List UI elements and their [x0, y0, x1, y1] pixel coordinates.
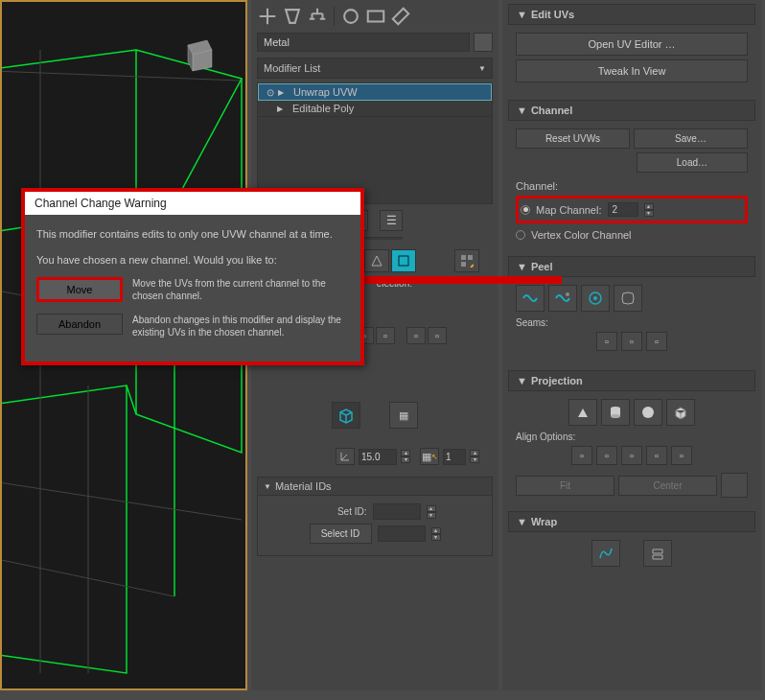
motion-tab-icon[interactable]: [340, 6, 361, 27]
hierarchy-tab-icon[interactable]: [307, 6, 328, 27]
pelt-stretcher-icon[interactable]: [614, 285, 642, 312]
select-inverted-icon[interactable]: ▫: [428, 327, 447, 344]
dialog-line-2: You have chosen a new channel. Would you…: [36, 252, 349, 268]
configure-sets-button[interactable]: ☰: [380, 210, 403, 231]
map-channel-spinner[interactable]: ▴▾: [644, 203, 654, 217]
panel-tab-toolbar: [251, 0, 498, 33]
material-ids-rollout-header[interactable]: ▼ Material IDs: [257, 477, 493, 496]
vertex-color-radio-row[interactable]: Vertex Color Channel: [516, 227, 748, 243]
modifier-stack-item[interactable]: ▶ Editable Poly: [258, 101, 492, 117]
cylindrical-projection-icon[interactable]: [601, 399, 630, 426]
edge-mode-icon[interactable]: [391, 249, 416, 272]
svg-rect-4: [468, 255, 473, 260]
chevron-down-icon: ▼: [478, 64, 486, 73]
planar-projection-icon[interactable]: [568, 399, 597, 426]
seams-label: Seams:: [516, 317, 748, 328]
set-id-input[interactable]: [373, 503, 421, 520]
vertex-mode-icon[interactable]: [364, 249, 389, 272]
edit-uvs-header[interactable]: ▼ Edit UVs: [508, 4, 755, 25]
display-tab-icon[interactable]: [365, 6, 386, 27]
wrap-header[interactable]: ▼ Wrap: [508, 511, 755, 532]
dialog-title: Channel Change Warning: [25, 192, 360, 215]
modifier-stack-item[interactable]: ⊙ ▶ Unwrap UVW: [258, 83, 492, 101]
seam-icon-2[interactable]: ▫: [621, 332, 642, 351]
fit-button[interactable]: Fit: [516, 476, 614, 496]
face-mode-icon[interactable]: [454, 249, 479, 272]
align-view-icon[interactable]: ▫: [671, 446, 692, 465]
chevron-down-icon: ▼: [517, 9, 527, 20]
stitch-icon[interactable]: ▦↖: [420, 448, 439, 465]
svg-rect-2: [399, 256, 408, 266]
center-button[interactable]: Center: [618, 476, 717, 496]
edit-uvs-title: Edit UVs: [531, 9, 574, 20]
modifier-name: Editable Poly: [289, 103, 488, 114]
align-z-icon[interactable]: ▫: [621, 446, 642, 465]
angle-icon[interactable]: [336, 448, 355, 465]
stitch-spinner[interactable]: ▴▾: [470, 450, 479, 463]
load-channel-button[interactable]: Load…: [637, 152, 748, 173]
visibility-icon[interactable]: ⊙: [263, 87, 278, 98]
object-color-swatch[interactable]: [474, 33, 493, 52]
seam-icon-1[interactable]: ▫: [596, 332, 617, 351]
abandon-button[interactable]: Abandon: [36, 314, 123, 335]
reset-uvws-button[interactable]: Reset UVWs: [516, 128, 630, 149]
unfold-map-icon[interactable]: [643, 540, 672, 567]
align-y-icon[interactable]: ▫: [596, 446, 617, 465]
expand-icon[interactable]: ▶: [278, 88, 290, 97]
wrap-title: Wrap: [531, 516, 557, 527]
radio-off-icon[interactable]: [516, 230, 525, 240]
utilities-tab-icon[interactable]: [390, 6, 411, 27]
modifier-name: Unwrap UVW: [290, 86, 487, 98]
quick-planar-icon[interactable]: [332, 402, 360, 429]
peel-reset-icon[interactable]: [548, 285, 577, 312]
map-channel-label: Map Channel:: [536, 204, 602, 216]
tweak-in-view-button[interactable]: Tweak In View: [516, 59, 748, 82]
peel-quick-icon[interactable]: [516, 285, 545, 312]
select-id-button[interactable]: Select ID: [310, 524, 372, 544]
svg-rect-5: [461, 262, 466, 267]
align-normal-icon[interactable]: ▫: [646, 446, 667, 465]
select-by-element-icon[interactable]: ▫: [406, 327, 426, 344]
angle-threshold-input[interactable]: [359, 449, 397, 465]
abandon-description: Abandon changes in this modifier and dis…: [132, 314, 349, 338]
expand-icon[interactable]: ▶: [277, 105, 289, 113]
chevron-down-icon: ▼: [517, 105, 527, 116]
stitch-value-input[interactable]: [443, 449, 466, 465]
map-channel-radio-row[interactable]: Map Channel: ▴▾: [521, 200, 743, 219]
spline-map-icon[interactable]: [591, 540, 620, 567]
channel-header[interactable]: ▼ Channel: [508, 100, 755, 121]
peel-title: Peel: [531, 261, 553, 272]
save-channel-button[interactable]: Save…: [634, 128, 748, 149]
peel-header[interactable]: ▼ Peel: [508, 256, 755, 277]
chevron-down-icon: ▼: [517, 375, 527, 386]
map-channel-value-input[interactable]: [608, 202, 638, 217]
set-id-label: Set ID:: [314, 506, 367, 517]
svg-rect-1: [368, 12, 384, 22]
angle-spinner[interactable]: ▴▾: [401, 450, 410, 463]
select-id-spinner[interactable]: ▴▾: [431, 527, 441, 541]
viewport-cube-gizmo[interactable]: [174, 31, 221, 79]
align-x-icon[interactable]: ▫: [571, 446, 592, 465]
unwrap-params-panel: ▼ Edit UVs Open UV Editor … Tweak In Vie…: [502, 0, 761, 690]
seam-icon-3[interactable]: ▫: [646, 332, 667, 351]
channel-group-label: Channel:: [516, 180, 748, 192]
projection-header[interactable]: ▼ Projection: [508, 370, 755, 391]
svg-rect-3: [461, 255, 466, 260]
set-id-spinner[interactable]: ▴▾: [427, 505, 436, 519]
radio-on-icon[interactable]: [521, 205, 530, 215]
vertex-color-label: Vertex Color Channel: [531, 229, 632, 241]
loop-selection-icon[interactable]: ▫: [376, 327, 395, 344]
modify-tab-icon[interactable]: [282, 6, 303, 27]
spherical-projection-icon[interactable]: [634, 399, 662, 426]
object-name-input[interactable]: [257, 33, 470, 52]
highlight-connector: [345, 276, 562, 284]
move-button[interactable]: Move: [36, 277, 123, 302]
projection-manipulator-icon[interactable]: [721, 473, 748, 498]
pelt-map-icon[interactable]: [581, 285, 610, 312]
quick-planar-settings-icon[interactable]: ▦: [389, 402, 418, 429]
select-id-input[interactable]: [378, 525, 426, 542]
modifier-list-dropdown[interactable]: Modifier List ▼: [257, 58, 493, 79]
open-uv-editor-button[interactable]: Open UV Editor …: [516, 33, 748, 56]
create-tab-icon[interactable]: [257, 6, 278, 27]
box-projection-icon[interactable]: [666, 399, 695, 426]
